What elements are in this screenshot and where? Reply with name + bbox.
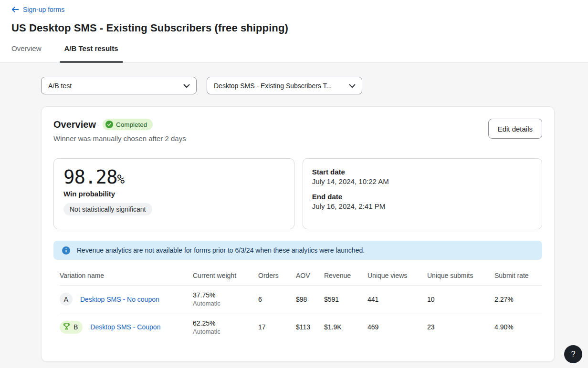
- percent-sign: %: [117, 172, 125, 186]
- weight-mode: Automatic: [193, 328, 258, 335]
- info-icon: [62, 246, 70, 255]
- variations-table: Variation name Current weight Orders AOV…: [60, 267, 542, 341]
- test-type-select[interactable]: A/B test: [41, 77, 197, 94]
- aov-value: $98: [296, 296, 324, 303]
- test-name-selected-value: Desktop SMS - Existing Subscribers T...: [214, 82, 332, 90]
- start-date-label: Start date: [312, 168, 533, 176]
- end-date-value: July 16, 2024, 2:41 PM: [312, 202, 533, 210]
- test-type-selected-value: A/B test: [48, 82, 72, 90]
- col-aov: AOV: [296, 272, 324, 279]
- start-date-value: July 14, 2024, 10:22 AM: [312, 177, 533, 185]
- status-badge-label: Completed: [116, 121, 147, 128]
- unique-views-value: 441: [368, 296, 427, 303]
- col-revenue: Revenue: [324, 272, 368, 279]
- col-unique-submits: Unique submits: [427, 272, 494, 279]
- variation-a-link[interactable]: Desktop SMS - No coupon: [80, 296, 159, 303]
- stats-row: 98.28% Win probability Not statistically…: [53, 158, 542, 229]
- edit-details-button[interactable]: Edit details: [488, 119, 542, 139]
- orders-value: 17: [258, 323, 296, 331]
- table-header-row: Variation name Current weight Orders AOV…: [60, 267, 542, 286]
- table-row: B Desktop SMS - Coupon 62.25% Automatic …: [60, 313, 542, 341]
- back-link[interactable]: Sign-up forms: [11, 6, 64, 13]
- back-arrow-icon: [11, 6, 19, 13]
- test-name-select[interactable]: Desktop SMS - Existing Subscribers T...: [207, 77, 362, 94]
- help-button[interactable]: ?: [564, 345, 582, 363]
- overview-heading: Overview: [53, 119, 96, 130]
- weight-mode: Automatic: [193, 300, 258, 307]
- dates-card: Start date July 14, 2024, 10:22 AM End d…: [303, 158, 542, 229]
- back-link-label: Sign-up forms: [23, 6, 64, 13]
- submit-rate-value: 4.90%: [494, 323, 542, 331]
- check-circle-icon: [105, 121, 113, 128]
- weight-value: 37.75%: [193, 291, 258, 299]
- start-date-group: Start date July 14, 2024, 10:22 AM: [312, 168, 533, 185]
- revenue-value: $591: [324, 296, 368, 303]
- trophy-icon: [63, 322, 71, 332]
- col-variation-name: Variation name: [60, 272, 193, 279]
- weight-value: 62.25%: [193, 319, 258, 327]
- end-date-group: End date July 16, 2024, 2:41 PM: [312, 193, 533, 210]
- overview-card: Overview Completed Winner was manually c…: [41, 106, 555, 362]
- win-probability-label: Win probability: [63, 190, 284, 198]
- status-badge: Completed: [103, 119, 153, 130]
- unique-views-value: 469: [368, 323, 427, 331]
- significance-badge: Not statistically significant: [63, 203, 152, 215]
- col-current-weight: Current weight: [193, 272, 258, 279]
- page-header: Sign-up forms US Desktop SMS - Existing …: [0, 0, 588, 63]
- tab-ab-test-results[interactable]: A/B Test results: [60, 44, 123, 62]
- col-submit-rate: Submit rate: [494, 272, 542, 279]
- chevron-down-icon: [183, 82, 190, 90]
- win-probability-number: 98.28: [63, 166, 117, 188]
- aov-value: $113: [296, 323, 324, 331]
- page-title: US Desktop SMS - Existing Subscribers (f…: [11, 22, 577, 34]
- info-banner-text: Revenue analytics are not available for …: [77, 246, 365, 254]
- unique-submits-value: 10: [427, 296, 494, 303]
- submit-rate-value: 2.27%: [494, 296, 542, 303]
- revenue-value: $1.9K: [324, 323, 368, 331]
- tab-overview[interactable]: Overview: [7, 44, 46, 62]
- variation-b-link[interactable]: Desktop SMS - Coupon: [90, 323, 160, 331]
- main-content: A/B test Desktop SMS - Existing Subscrib…: [0, 63, 588, 362]
- win-probability-card: 98.28% Win probability Not statistically…: [53, 158, 294, 229]
- variation-b-winner-badge: B: [60, 321, 83, 334]
- variation-a-badge: A: [60, 293, 73, 306]
- overview-card-header: Overview Completed Winner was manually c…: [53, 119, 542, 143]
- table-row: A Desktop SMS - No coupon 37.75% Automat…: [60, 286, 542, 313]
- tab-bar: Overview A/B Test results: [11, 44, 577, 62]
- win-probability-value: 98.28%: [63, 166, 284, 188]
- info-banner: Revenue analytics are not available for …: [53, 241, 542, 260]
- end-date-label: End date: [312, 193, 533, 201]
- col-unique-views: Unique views: [368, 272, 427, 279]
- filter-row: A/B test Desktop SMS - Existing Subscrib…: [41, 77, 555, 94]
- chevron-down-icon: [349, 82, 356, 90]
- unique-submits-value: 23: [427, 323, 494, 331]
- orders-value: 6: [258, 296, 296, 303]
- col-orders: Orders: [258, 272, 296, 279]
- overview-subtitle: Winner was manually chosen after 2 days: [53, 134, 186, 143]
- variation-b-badge-letter: B: [74, 323, 78, 331]
